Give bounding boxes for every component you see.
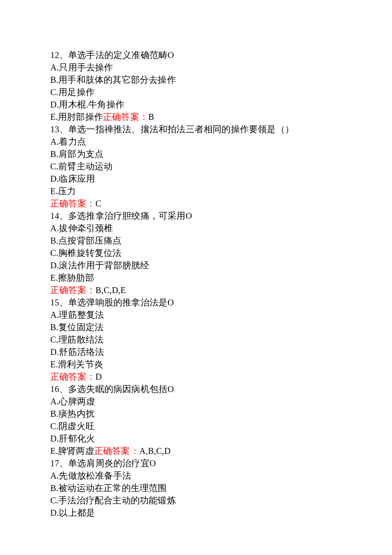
q16-answer-label: 正确答案：	[94, 446, 139, 456]
q13-answer: 正确答案：C	[50, 198, 342, 210]
q14-stem: 14、多选推拿治疗胆绞痛，可采用O	[50, 210, 342, 222]
q15-option-a: A.理筋整复法	[50, 309, 342, 321]
q14-option-c: C.胸椎旋转复位法	[50, 247, 342, 259]
q12-option-b: B.用手和肢体的其它部分去操作	[50, 74, 342, 86]
q14-answer-value: B,C,D,E	[95, 285, 126, 295]
q12-option-a: A.只用手去操作	[50, 61, 342, 74]
q17-option-d: D.以上都是	[50, 507, 342, 519]
q13-answer-label: 正确答案：	[50, 199, 95, 208]
q14-option-a: A.拔伸牵引颈椎	[50, 222, 342, 235]
q16-option-a: A.心脾两虚	[50, 395, 342, 408]
q14-option-e: E.擦胁肋部	[50, 272, 342, 284]
document-page: 12、单选手法的定义准确范畴O A.只用手去操作 B.用手和肢体的其它部分去操作…	[0, 0, 392, 545]
q12-option-e-answer: E.用肘部操作正确答案：B	[50, 111, 342, 123]
q17-stem: 17、单选肩周炎的治疗宜O	[50, 457, 342, 470]
q12-stem: 12、单选手法的定义准确范畴O	[50, 49, 342, 61]
q13-option-c: C.前臂主动运动	[50, 160, 342, 173]
q15-answer-value: D	[95, 372, 102, 381]
q15-answer-label: 正确答案：	[50, 372, 95, 381]
q16-option-c: C.阴虚火旺	[50, 420, 342, 433]
q15-answer: 正确答案：D	[50, 371, 342, 383]
q13-option-d: D.临床应用	[50, 173, 342, 185]
q15-option-e: E.滑利关节炎	[50, 358, 342, 371]
q13-answer-value: C	[95, 199, 101, 208]
q15-option-d: D.舒筋活络法	[50, 346, 342, 358]
q15-option-b: B.复位固定法	[50, 321, 342, 334]
q14-option-b: B.点按背部压痛点	[50, 235, 342, 247]
q15-option-c: C.理筋散结法	[50, 334, 342, 346]
q12-option-e-text: E.用肘部操作	[50, 112, 103, 122]
q14-answer: 正确答案：B,C,D,E	[50, 284, 342, 296]
q12-answer-value: B	[148, 112, 154, 122]
q15-stem: 15、单选弹响股的推拿治法是O	[50, 296, 342, 309]
q16-option-e-text: E.脾肾两虚	[50, 446, 94, 456]
q17-option-b: B.被动运动在正常的生理范围	[50, 482, 342, 494]
q14-answer-label: 正确答案：	[50, 285, 95, 295]
q16-option-e-answer: E.脾肾两虚正确答案：A,B,C,D	[50, 445, 342, 457]
q16-stem: 16、多选失眠的病因病机包括O	[50, 383, 342, 395]
q16-option-b: B.痰热内扰	[50, 408, 342, 420]
q14-option-d: D.滚法作用于背部膀胱经	[50, 259, 342, 272]
q17-option-a: A.先做放松准备手法	[50, 470, 342, 482]
q17-option-c: C.手法治疗配合主动的功能锻炼	[50, 494, 342, 507]
q12-answer-label: 正确答案：	[103, 112, 148, 122]
q13-option-a: A.着力点	[50, 136, 342, 148]
q13-option-e: E.压力	[50, 185, 342, 198]
q13-option-b: B.肩部为支点	[50, 148, 342, 160]
q13-stem: 13、单选一指禅推法、攘法和拍法三者相同的操作要领是（）	[50, 123, 342, 136]
q12-option-d: D.用木棍.牛角操作	[50, 99, 342, 111]
q12-option-c: C.用足操作	[50, 86, 342, 99]
q16-answer-value: A,B,C,D	[139, 446, 171, 456]
q16-option-d: D.肝郁化火	[50, 433, 342, 445]
